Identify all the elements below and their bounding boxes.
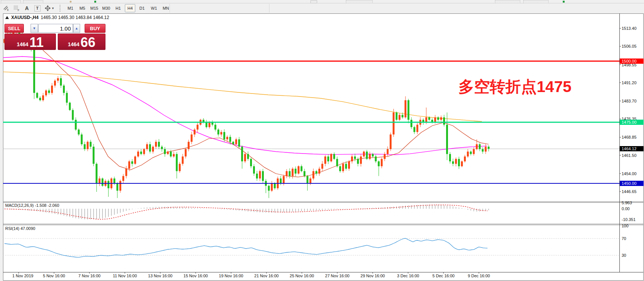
macd-axis-label: 5.963 [622, 201, 632, 205]
price-tick-label: 1491.20 [622, 80, 637, 85]
volume-increase-button[interactable]: ▲ [73, 24, 80, 33]
candle-body [327, 157, 329, 161]
candle-body [413, 127, 415, 132]
candle-body [292, 169, 294, 176]
candle-body [72, 110, 74, 120]
candle-body [259, 171, 261, 179]
candle-body [152, 147, 154, 152]
candle-body [191, 135, 193, 142]
candle-body [122, 176, 124, 181]
price-tick-label: 1506.05 [622, 44, 637, 48]
volume-input[interactable] [38, 24, 73, 33]
candle-body [473, 149, 475, 154]
candle-body [488, 147, 490, 149]
candle-body [185, 149, 187, 157]
time-tick-label: 13 Nov 16:00 [148, 274, 172, 278]
collapse-icon[interactable] [5, 16, 9, 19]
candle-body [479, 144, 481, 149]
candle-body [330, 154, 332, 161]
candle-body [303, 171, 305, 176]
macd-axis-label: 0.00 [622, 206, 629, 211]
time-tick-label: 1 Nov 2019 [12, 274, 33, 278]
buy-price-small: 1464 [68, 42, 79, 47]
candle-body [396, 113, 398, 120]
candle-body [351, 157, 353, 161]
candle-body [205, 122, 207, 127]
candle-body [96, 164, 98, 183]
candle-body [443, 117, 445, 125]
candle-body [229, 137, 231, 142]
candle-body [146, 144, 148, 149]
time-tick-label: 5 Dec 16:00 [432, 274, 454, 278]
candle-body [318, 169, 320, 174]
chart-header: XAUUSD-,H4 1465.30 1465.30 1463.84 1464.… [5, 15, 109, 20]
candle-body [387, 149, 389, 154]
chart-text-annotation: 多空转折点1475 [458, 79, 571, 95]
candle-body [140, 152, 142, 154]
candle-body [345, 164, 347, 169]
candle-body [188, 142, 190, 149]
candle-body [102, 179, 104, 186]
candle-body [372, 154, 374, 157]
volume-decrease-button[interactable]: ▼ [31, 24, 38, 33]
candle-body [467, 152, 469, 157]
candle-body [69, 103, 71, 110]
rsi-axis-label: 30 [622, 253, 626, 258]
candle-body [271, 183, 273, 191]
price-tag-1475.00: 1475.00 [620, 120, 644, 125]
candle-body [482, 149, 484, 152]
candle-body [390, 135, 392, 149]
candle-body [434, 117, 436, 122]
candle-body [280, 179, 282, 183]
candle-body [143, 149, 145, 154]
candle-body [170, 152, 172, 157]
candle-body [476, 144, 478, 149]
sell-price-small: 1464 [17, 42, 28, 47]
candle-body [410, 120, 412, 127]
candle-body [321, 164, 323, 169]
candle-body [125, 169, 127, 176]
rsi-axis-label: 100 [622, 224, 628, 228]
candle-body [363, 152, 365, 157]
candle-body [315, 171, 317, 174]
buy-price-big: 66 [80, 37, 95, 48]
time-tick-label: 27 Nov 16:00 [325, 274, 349, 278]
candle-body [256, 174, 258, 179]
candle-body [309, 179, 311, 183]
candle-body [348, 161, 350, 169]
candle-body [455, 159, 457, 164]
candle-body [324, 157, 326, 164]
candle-body [99, 179, 101, 183]
candle-body [399, 115, 401, 120]
price-tag-1500.00: 1500.00 [620, 59, 644, 64]
candle-body [158, 142, 160, 146]
sell-button[interactable]: SELL [4, 24, 24, 33]
candle-body [286, 171, 288, 176]
candle-body [247, 154, 249, 159]
candle-body [425, 117, 427, 122]
candle-body [449, 154, 451, 161]
buy-button[interactable]: BUY [85, 24, 105, 33]
candle-body [268, 186, 270, 191]
candle-body [393, 113, 395, 135]
candle-body [33, 49, 35, 93]
buy-price-panel[interactable]: 1464 66 [58, 34, 105, 50]
sell-price-panel[interactable]: 1464 11 [4, 34, 56, 50]
candle-body [458, 159, 460, 166]
candle-body [137, 152, 139, 157]
candle-body [250, 159, 252, 166]
time-tick-label: 15 Nov 16:00 [183, 274, 208, 278]
candle-body [401, 115, 403, 117]
candle-body [375, 157, 377, 161]
candle-body [357, 159, 359, 164]
candle-body [179, 164, 181, 171]
macd-axis-label: -10.351 [622, 217, 635, 222]
candle-body [369, 154, 371, 159]
candle-body [75, 120, 77, 129]
candle-body [57, 78, 59, 81]
time-tick-label: 21 Nov 16:00 [254, 274, 278, 278]
candle-body [223, 132, 225, 139]
ohlc-values: 1465.30 1465.30 1463.84 1464.12 [41, 15, 109, 20]
candle-body [470, 152, 472, 154]
time-tick-label: 9 Dec 16:00 [468, 274, 490, 278]
